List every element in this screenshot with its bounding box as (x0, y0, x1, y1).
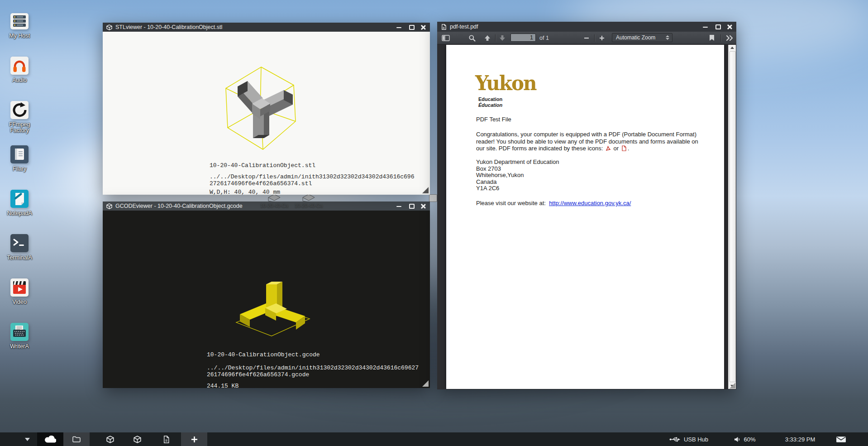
bookmark-icon (709, 34, 715, 41)
pdf-window-titlebar[interactable]: pdf-test.pdf (437, 22, 736, 32)
gcode-viewer-window: GCODEviewer - 10-20-40-CalibrationObject… (103, 201, 430, 388)
yukon-logo: Yukon (475, 71, 536, 95)
desktop: My Host Audio FFmpeg Factory Filary Note… (0, 0, 868, 446)
clapperboard-icon (9, 277, 30, 298)
desktop-icon-writera[interactable]: WriterA (0, 321, 44, 350)
desktop-icon-label: WriterA (0, 344, 44, 350)
zoom-select[interactable]: Automatic Zoom (612, 33, 672, 42)
pdf-page[interactable]: Yukon Education Éducation PDF Test File … (446, 45, 724, 389)
stl-3d-model (215, 66, 305, 152)
website-link[interactable]: http://www.education.gov.yk.ca/ (549, 200, 631, 206)
pdf-form-icon (621, 145, 627, 151)
arrow-up-icon (484, 35, 491, 41)
cloud-icon (44, 436, 56, 443)
resize-grip[interactable] (730, 383, 735, 388)
close-button[interactable] (727, 24, 733, 29)
scrollbar-thumb[interactable] (730, 51, 736, 382)
toolbar-more-button[interactable] (723, 32, 735, 44)
server-icon (9, 11, 30, 32)
address-line: Y1A 2C6 (476, 185, 559, 192)
toolbar-separator (720, 34, 721, 42)
pdf-heading: PDF Test File (476, 116, 511, 123)
taskbar: USB Hub 60% 3:33:29 PM (0, 432, 868, 446)
resize-grip[interactable] (422, 380, 429, 387)
gcode-file-path: ../../Desktop/files/admin/inith31302d323… (207, 364, 419, 378)
speaker-icon (734, 436, 740, 442)
close-button[interactable] (420, 204, 426, 209)
minimize-button[interactable] (396, 25, 402, 30)
desktop-icon-filary[interactable]: Filary (0, 144, 44, 172)
page-number-input[interactable]: 1 (510, 34, 536, 42)
gcode-viewport[interactable]: 10-20-40-CalibrationObject.gcode ../../D… (103, 211, 430, 388)
taskbar-files-button[interactable] (63, 432, 90, 446)
cube-file-icon (267, 194, 281, 202)
taskbar-mail-button[interactable] (832, 432, 850, 446)
taskbar-expand-button[interactable] (18, 432, 36, 446)
envelope-icon (836, 436, 846, 443)
zoom-select-value: Automatic Zoom (616, 34, 655, 41)
gcode-window-title: GCODEviewer - 10-20-40-CalibrationObject… (115, 203, 243, 209)
gcode-file-name: 10-20-40-CalibrationObject.gcode (207, 351, 320, 358)
cube-icon (106, 436, 114, 443)
logo-subtitle-fr: Éducation (478, 102, 502, 108)
zoom-in-button[interactable] (596, 32, 607, 44)
maximize-button[interactable] (715, 24, 720, 29)
gcode-3d-model (232, 273, 313, 340)
stl-viewport[interactable]: 10-20-40-CalibrationObject.stl ../../Des… (103, 32, 430, 195)
minus-icon (584, 35, 589, 41)
maximize-button[interactable] (408, 204, 414, 209)
bookmark-button[interactable] (706, 32, 718, 44)
taskbar-clock[interactable]: 3:33:29 PM (777, 432, 823, 446)
stl-window-titlebar[interactable]: STLviewer - 10-20-40-CalibrationObject.s… (103, 23, 430, 32)
previous-page-button[interactable] (482, 32, 493, 44)
next-page-button[interactable] (496, 32, 508, 44)
taskbar-volume-status[interactable]: 60% (731, 432, 758, 446)
cube-icon (106, 24, 112, 30)
desktop-icon-label: Video (0, 299, 44, 305)
taskbar-cloud-button[interactable] (37, 432, 63, 446)
gcode-window-titlebar[interactable]: GCODEviewer - 10-20-40-CalibrationObject… (103, 201, 430, 211)
folder-icon (72, 436, 81, 442)
plus-icon (599, 35, 605, 41)
maximize-button[interactable] (408, 25, 414, 30)
select-arrows-icon (666, 35, 669, 40)
taskbar-usb-status[interactable]: USB Hub (666, 432, 711, 446)
notepad-icon (9, 188, 30, 209)
desktop-icon-ffmpeg-factory[interactable]: FFmpeg Factory (0, 100, 44, 134)
pdf-content-area: Yukon Education Éducation PDF Test File … (437, 44, 736, 389)
scrollbar-up-button[interactable] (729, 45, 736, 51)
search-button[interactable] (466, 32, 478, 44)
address-line: Box 2703 (476, 166, 559, 173)
usb-label: USB Hub (684, 436, 708, 443)
taskbar-add-button[interactable] (181, 432, 207, 446)
sidebar-toggle-button[interactable] (440, 32, 452, 44)
double-chevron-right-icon (725, 35, 733, 41)
desktop-icon-video[interactable]: Video (0, 277, 44, 305)
pdf-scrollbar[interactable] (728, 45, 736, 389)
minimize-button[interactable] (702, 24, 708, 29)
stl-file-name: 10-20-40-CalibrationObject.stl (210, 162, 315, 169)
page-number-value: 1 (530, 34, 533, 41)
headphones-icon (9, 55, 30, 76)
circular-arrows-icon (9, 100, 30, 120)
desktop-icon-my-host[interactable]: My Host (0, 11, 44, 39)
typewriter-icon (9, 321, 30, 342)
taskbar-gcodeviewer-button[interactable] (126, 432, 148, 446)
book-icon (9, 144, 30, 165)
close-button[interactable] (420, 25, 426, 30)
resize-grip[interactable] (422, 187, 429, 193)
toolbar-separator (594, 34, 595, 42)
desktop-icon-label: NotepadA (0, 211, 44, 216)
desktop-icon-audio[interactable]: Audio (0, 55, 44, 83)
pdf-toolbar: 1 of 1 Automatic Zoom (437, 32, 736, 44)
logo-subtitle-en: Education (478, 96, 502, 102)
desktop-icon-notepada[interactable]: NotepadA (0, 188, 44, 216)
taskbar-pdfviewer-button[interactable] (155, 432, 177, 446)
address-block: Yukon Department of Education Box 2703 W… (476, 159, 559, 192)
zoom-out-button[interactable] (581, 32, 592, 44)
gcode-file-size: 244.15 KB (207, 383, 238, 388)
minimize-button[interactable] (396, 204, 402, 209)
desktop-icon-terminala[interactable]: TerminalA (0, 233, 44, 261)
taskbar-stlviewer-button[interactable] (99, 432, 121, 446)
stl-file-path: ../../Desktop/files/admin/inith31302d323… (210, 173, 414, 187)
